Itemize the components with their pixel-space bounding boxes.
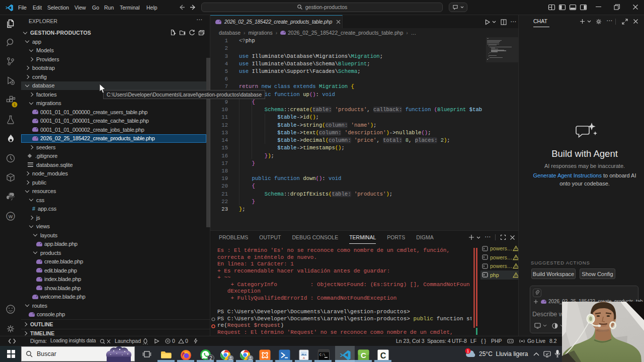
svg-text:C:\: C:\	[319, 353, 326, 357]
svg-text:C: C	[380, 351, 386, 360]
svg-text:W: W	[9, 214, 13, 219]
svg-text:A: A	[303, 356, 305, 359]
svg-text:1: 1	[467, 348, 469, 353]
svg-text:C: C	[361, 351, 366, 359]
svg-text:1: 1	[14, 103, 16, 107]
